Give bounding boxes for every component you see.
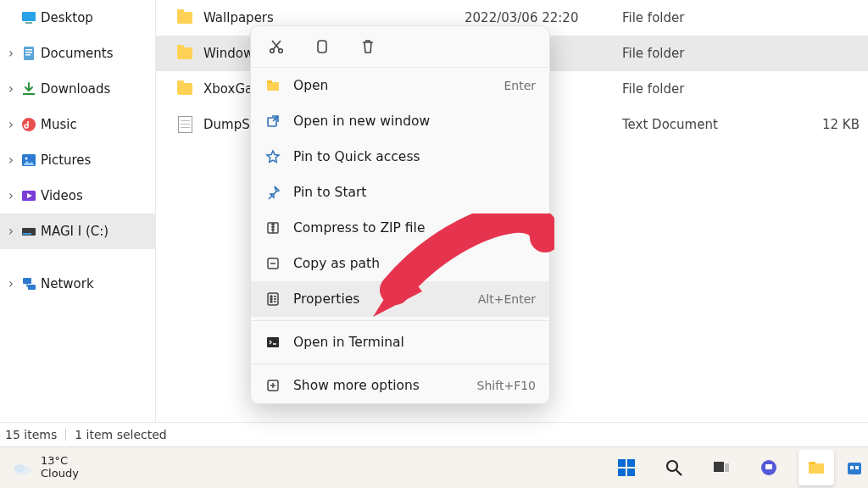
copy-icon[interactable] (312, 36, 332, 57)
taskbar-apps (609, 447, 868, 488)
svg-rect-2 (24, 47, 34, 60)
chevron-right-icon: › (5, 81, 17, 97)
file-type: File folder (622, 10, 792, 25)
svg-rect-34 (318, 41, 326, 53)
documents-icon (20, 45, 37, 62)
task-view-button[interactable] (704, 450, 739, 485)
weather-temp: 13°C (41, 455, 79, 468)
svg-rect-18 (627, 459, 635, 467)
ctx-pin-start[interactable]: Pin to Start (251, 175, 549, 210)
svg-rect-28 (809, 462, 815, 464)
sidebar-item-label: Music (41, 117, 77, 132)
ctx-label: Open (293, 78, 492, 93)
chevron-right-icon: › (5, 152, 17, 168)
file-date: 2022/03/06 22:20 (465, 10, 622, 25)
svg-rect-14 (28, 285, 36, 290)
ctx-compress-zip[interactable]: Compress to ZIP file (251, 210, 549, 246)
search-button[interactable] (656, 450, 692, 485)
svg-rect-31 (855, 466, 859, 469)
ctx-label: Properties (293, 291, 466, 307)
ctx-open[interactable]: Open Enter (251, 68, 549, 103)
folder-icon (176, 9, 193, 26)
ctx-shortcut: Shift+F10 (477, 379, 536, 392)
svg-rect-13 (23, 278, 31, 284)
file-name: Wallpapers (203, 10, 274, 25)
file-explorer-taskbar-button[interactable] (798, 450, 834, 485)
taskbar-weather[interactable]: 13°C Cloudy (0, 455, 79, 480)
ctx-shortcut: Alt+Enter (478, 292, 536, 306)
ctx-label: Open in new window (293, 114, 536, 129)
desktop-icon (20, 9, 37, 26)
status-bar: 15 items 1 item selected (0, 422, 868, 446)
sidebar-item-downloads[interactable]: › Downloads (0, 71, 155, 107)
store-button[interactable] (846, 450, 863, 485)
svg-rect-35 (267, 82, 279, 91)
svg-rect-27 (809, 463, 824, 474)
taskbar: 13°C Cloudy (0, 446, 868, 488)
svg-line-22 (676, 470, 682, 475)
ctx-open-in-terminal[interactable]: Open in Terminal (251, 324, 549, 360)
ctx-label: Copy as path (293, 256, 536, 271)
cut-icon[interactable] (266, 36, 287, 57)
chevron-right-icon: › (5, 117, 17, 132)
sidebar-item-label: Videos (41, 188, 83, 203)
ctx-open-new-window[interactable]: Open in new window (251, 103, 549, 139)
svg-point-41 (270, 296, 272, 297)
file-size: 12 KB (792, 117, 868, 132)
svg-rect-40 (268, 293, 278, 305)
svg-point-32 (270, 49, 275, 53)
chevron-right-icon: › (5, 224, 17, 239)
chat-button[interactable] (751, 450, 787, 485)
ctx-copy-as-path[interactable]: Copy as path (251, 246, 549, 281)
properties-icon (264, 291, 281, 308)
svg-rect-4 (25, 52, 32, 53)
file-type: File folder (622, 46, 792, 61)
sidebar-item-label: Pictures (41, 152, 91, 168)
chevron-right-icon: › (5, 276, 17, 291)
sidebar-item-network[interactable]: › Network (0, 266, 155, 302)
context-menu-toolbar (251, 26, 549, 68)
svg-rect-24 (725, 463, 729, 472)
sidebar-item-music[interactable]: › Music (0, 107, 155, 142)
file-type: File folder (622, 81, 792, 97)
separator (251, 363, 549, 364)
drive-icon (20, 223, 37, 240)
svg-rect-30 (850, 466, 854, 469)
sidebar-item-documents[interactable]: › Documents (0, 36, 155, 71)
separator (65, 429, 66, 441)
ctx-shortcut: Enter (504, 79, 536, 92)
status-selection-count: 1 item selected (75, 428, 167, 441)
svg-rect-3 (25, 49, 32, 51)
delete-icon[interactable] (358, 36, 378, 57)
sidebar-item-desktop[interactable]: › Desktop (0, 0, 155, 36)
ctx-label: Open in Terminal (293, 335, 536, 350)
context-menu: Open Enter Open in new window Pin to Qui… (250, 25, 550, 404)
ctx-show-more-options[interactable]: Show more options Shift+F10 (251, 368, 549, 403)
ctx-properties[interactable]: Properties Alt+Enter (251, 281, 549, 317)
start-button[interactable] (609, 450, 644, 485)
network-icon (20, 275, 37, 292)
ctx-label: Pin to Quick access (293, 149, 536, 164)
sidebar-item-label: Network (41, 276, 94, 291)
svg-rect-17 (618, 459, 626, 467)
sidebar-item-label: Downloads (41, 81, 110, 97)
svg-point-33 (279, 49, 283, 53)
weather-desc: Cloudy (41, 468, 79, 480)
separator (251, 320, 549, 321)
ctx-pin-quick-access[interactable]: Pin to Quick access (251, 139, 549, 175)
ctx-label: Pin to Start (293, 185, 536, 200)
folder-icon (176, 45, 193, 62)
ctx-label: Show more options (293, 378, 465, 393)
sidebar-item-label: Desktop (41, 10, 93, 25)
svg-point-7 (22, 118, 36, 131)
sidebar-item-videos[interactable]: › Videos (0, 178, 155, 214)
svg-rect-1 (25, 22, 32, 24)
pin-icon (264, 184, 281, 201)
svg-point-9 (25, 158, 28, 160)
svg-rect-0 (22, 12, 36, 21)
zip-icon (264, 219, 281, 236)
sidebar-item-pictures[interactable]: › Pictures (0, 142, 155, 178)
svg-rect-36 (267, 80, 272, 83)
sidebar-item-drive-c[interactable]: › MAGI I (C:) (0, 214, 155, 249)
sidebar-item-label: Documents (41, 46, 114, 61)
